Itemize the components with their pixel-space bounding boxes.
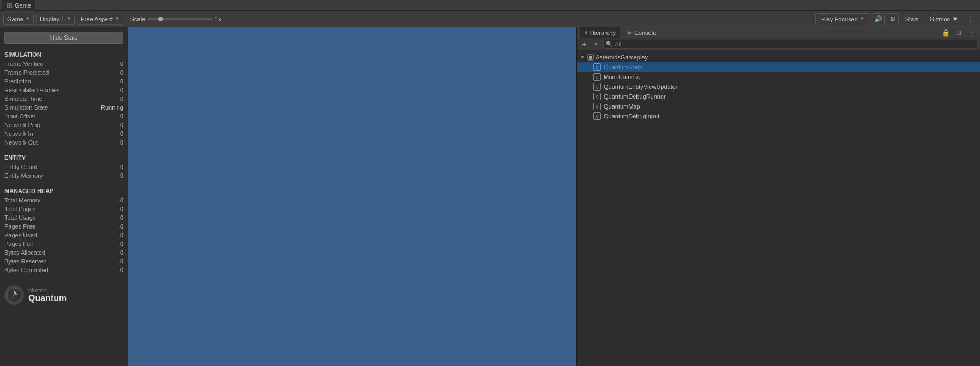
stat-row-prediction: Prediction 0 xyxy=(0,77,128,86)
stat-row-frame-predicted: Frame Predicted 0 xyxy=(0,68,128,77)
stat-label-pages-free: Pages Free xyxy=(4,223,35,230)
stat-row-pages-free: Pages Free 0 xyxy=(0,222,128,231)
icon-mainCamera: C xyxy=(593,73,601,81)
stat-row-total-pages: Total Pages 0 xyxy=(0,205,128,213)
mute-button[interactable]: 🔊 xyxy=(873,13,885,25)
stat-value-prediction: 0 xyxy=(101,78,123,85)
icon-quantumMap: Q xyxy=(593,103,601,110)
icon-quantumDebugRunner: Q xyxy=(593,93,601,100)
stat-value-pages-used: 0 xyxy=(101,232,123,238)
aspect-ratio-icon: ⊞ xyxy=(891,16,895,22)
icon-quantumDebugInput: Q xyxy=(593,112,601,120)
hierarchy-search-input[interactable] xyxy=(615,41,975,47)
add-dropdown-button[interactable]: ▼ xyxy=(591,39,601,49)
stats-button[interactable]: Stats xyxy=(901,13,923,25)
tree-item-quantumDebugInput[interactable]: Q QuantumDebugInput xyxy=(577,111,980,121)
game-viewport xyxy=(128,27,576,366)
game-tab-label: Game xyxy=(15,2,31,9)
game-tab[interactable]: ⊞ Game xyxy=(2,0,35,11)
game-select[interactable]: Game ▼ xyxy=(3,14,34,25)
stat-value-frame-predicted: 0 xyxy=(101,69,123,76)
scale-slider[interactable] xyxy=(147,18,213,20)
add-dropdown-icon: ▼ xyxy=(594,41,599,47)
hierarchy-tree: ▼ AsteroidsGameplay Q QuantumStats C xyxy=(577,50,980,123)
display-select-label: Display 1 xyxy=(40,16,64,22)
stat-value-pages-free: 0 xyxy=(101,223,123,230)
stat-row-pages-used: Pages Used 0 xyxy=(0,231,128,239)
stat-row-network-in: Network In 0 xyxy=(0,129,128,138)
stat-value-total-pages: 0 xyxy=(101,206,123,212)
tree-item-asteroidsGameplay[interactable]: ▼ AsteroidsGameplay xyxy=(577,52,980,62)
mute-icon: 🔊 xyxy=(874,15,882,23)
stat-label-bytes-reserved: Bytes Reserved xyxy=(4,258,47,265)
aspect-ratio-button[interactable]: ⊞ xyxy=(887,13,899,25)
hierarchy-search[interactable]: 🔍 xyxy=(603,40,978,49)
gizmos-label: Gizmos xyxy=(930,16,950,22)
stat-value-bytes-reserved: 0 xyxy=(101,258,123,265)
tree-label-quantumDebugRunner: QuantumDebugRunner xyxy=(604,93,666,100)
right-toolbar: + ▼ 🔍 xyxy=(577,38,980,50)
lock-button[interactable]: 🔒 xyxy=(941,28,951,38)
toolbar-more-button[interactable]: ⋮ xyxy=(965,15,977,23)
photon-logo: photon Quantum xyxy=(0,274,128,309)
play-focused-arrow: ▼ xyxy=(860,16,864,21)
console-tab[interactable]: ▶ Console xyxy=(623,27,660,38)
tree-label-quantumMap: QuantumMap xyxy=(604,103,640,110)
tree-item-quantumMap[interactable]: Q QuantumMap xyxy=(577,101,980,111)
more-button[interactable]: ⋮ xyxy=(967,28,977,38)
tree-item-mainCamera[interactable]: C Main Camera xyxy=(577,72,980,82)
stat-label-resimulated-frames: Resimulated Frames xyxy=(4,87,59,93)
right-top-bar: ≡ Hierarchy ▶ Console 🔒 ⊡ ⋮ xyxy=(577,27,980,38)
expand-quantumEntityViewUpdater[interactable] xyxy=(586,83,592,90)
play-focused-button[interactable]: Play Focused ▼ xyxy=(815,13,870,25)
stat-label-network-ping: Network Ping xyxy=(4,122,40,128)
gizmos-button[interactable]: Gizmos ▼ xyxy=(925,13,963,25)
stat-row-frame-verified: Frame Verified 0 xyxy=(0,59,128,68)
expand-quantumMap[interactable] xyxy=(586,103,592,110)
managed-heap-title: MANAGED HEAP xyxy=(0,184,128,196)
stat-value-bytes-commited: 0 xyxy=(101,267,123,273)
expand-quantumStats[interactable] xyxy=(586,64,592,70)
photon-svg xyxy=(7,287,22,303)
stat-value-bytes-allocated: 0 xyxy=(101,249,123,256)
tree-label-quantumStats: QuantumStats xyxy=(604,64,642,70)
entity-title: ENTITY xyxy=(0,151,128,163)
stat-value-simulation-state: Running xyxy=(101,104,123,111)
stat-value-input-offset: 0 xyxy=(101,113,123,119)
expand-quantumDebugInput[interactable] xyxy=(586,113,592,119)
main-content: Hide Stats SIMULATION Frame Verified 0 F… xyxy=(0,27,980,366)
scale-slider-knob xyxy=(158,17,163,21)
aspect-select-arrow: ▼ xyxy=(115,16,119,21)
stat-label-input-offset: Input Offset xyxy=(4,113,35,119)
icon-asteroidsGameplay xyxy=(587,53,594,61)
tree-label-quantumEntityViewUpdater: QuantumEntityViewUpdater xyxy=(604,83,678,90)
expand-mainCamera[interactable] xyxy=(586,74,592,80)
photon-text-group: photon Quantum xyxy=(28,287,67,303)
stat-row-bytes-commited: Bytes Commited 0 xyxy=(0,266,128,274)
add-button[interactable]: + xyxy=(579,39,589,49)
toolbar-divider-1 xyxy=(127,14,127,24)
tree-item-quantumStats[interactable]: Q QuantumStats xyxy=(577,62,980,72)
stat-row-input-offset: Input Offset 0 xyxy=(0,112,128,121)
stat-row-simulate-time: Simulate Time 0 xyxy=(0,94,128,103)
hide-stats-button[interactable]: Hide Stats xyxy=(4,32,123,44)
hierarchy-tab[interactable]: ≡ Hierarchy xyxy=(580,27,620,38)
right-panel: ≡ Hierarchy ▶ Console 🔒 ⊡ ⋮ + ▼ 🔍 xyxy=(576,27,980,366)
expand-asteroidsGameplay[interactable]: ▼ xyxy=(579,54,586,61)
stat-label-total-usage: Total Usage xyxy=(4,214,36,221)
scale-value: 1x xyxy=(215,16,221,22)
maximize-button[interactable]: ⊡ xyxy=(954,28,964,38)
stat-label-pages-full: Pages Full xyxy=(4,241,33,247)
stat-label-frame-predicted: Frame Predicted xyxy=(4,69,49,76)
stat-value-network-ping: 0 xyxy=(101,122,123,128)
tree-item-quantumDebugRunner[interactable]: Q QuantumDebugRunner xyxy=(577,92,980,101)
icon-quantumStats: Q xyxy=(593,63,601,71)
stat-label-bytes-allocated: Bytes Allocated xyxy=(4,249,45,256)
stat-label-bytes-commited: Bytes Commited xyxy=(4,267,49,273)
aspect-select[interactable]: Free Aspect ▼ xyxy=(77,14,123,25)
stat-value-total-memory: 0 xyxy=(101,197,123,203)
display-select[interactable]: Display 1 ▼ xyxy=(36,14,75,25)
expand-quantumDebugRunner[interactable] xyxy=(586,93,592,100)
tree-item-quantumEntityViewUpdater[interactable]: Q QuantumEntityViewUpdater xyxy=(577,82,980,92)
hierarchy-icon: ≡ xyxy=(585,29,588,35)
